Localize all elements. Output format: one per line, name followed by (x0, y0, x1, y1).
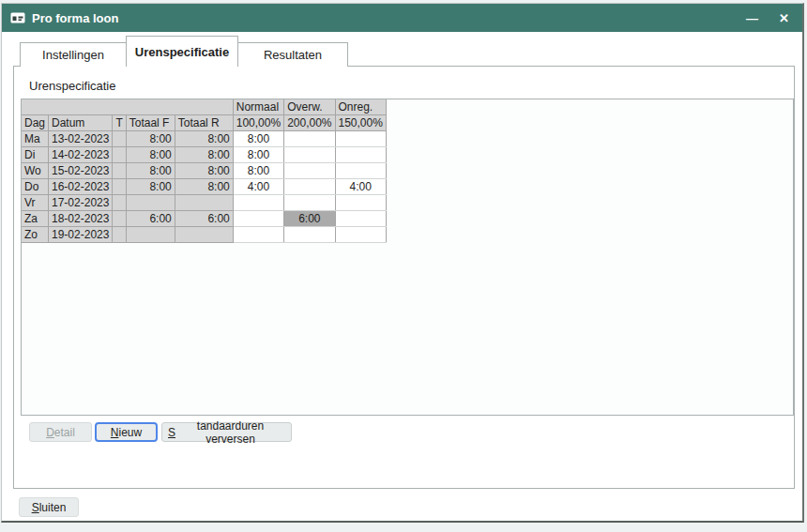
cell-onreg[interactable] (335, 227, 386, 243)
table-group-header-row: NormaalOverw.Onreg. (22, 99, 387, 115)
tab-instellingen[interactable]: Instellingen (20, 42, 127, 67)
cell-t (113, 195, 126, 211)
table-row: Di14-02-20238:008:008:00 (22, 147, 387, 163)
tab-resultaten[interactable]: Resultaten (237, 42, 348, 67)
cell-normaal[interactable] (233, 211, 283, 227)
cell-dag: Zo (22, 227, 49, 243)
column-header: Dag (22, 115, 49, 131)
dialog-window: Pro forma loon — ✕ Instellingen Urenspec… (1, 3, 804, 523)
cell-datum: 16-02-2023 (49, 179, 113, 195)
group-header: Overw. (284, 99, 335, 115)
section-title: Urenspecificatie (29, 79, 116, 93)
tab-bar: Instellingen Urenspecificatie Resultaten (20, 36, 348, 67)
cell-overw[interactable] (284, 195, 335, 211)
cell-dag: Ma (22, 131, 49, 147)
cell-datum: 13-02-2023 (49, 131, 113, 147)
cell-normaal[interactable]: 4:00 (233, 179, 283, 195)
cell-normaal[interactable]: 8:00 (233, 163, 283, 179)
close-icon[interactable]: ✕ (779, 12, 789, 24)
nieuw-button[interactable]: Nieuw (95, 422, 158, 442)
sluiten-button[interactable]: Sluiten (19, 497, 79, 517)
cell-t (113, 179, 126, 195)
cell-datum: 19-02-2023 (49, 227, 113, 243)
tab-urenspecificatie[interactable]: Urenspecificatie (126, 36, 238, 67)
cell-onreg[interactable] (335, 211, 386, 227)
cell-onreg[interactable] (335, 147, 386, 163)
column-header: 150,00% (335, 115, 386, 131)
cell-totaal_r (175, 227, 233, 243)
table-row: Do16-02-20238:008:004:004:00 (22, 179, 387, 195)
table-row: Za18-02-20236:006:006:00 (22, 211, 387, 227)
table-row: Ma13-02-20238:008:008:00 (22, 131, 387, 147)
table-column-header-row: DagDatumTTotaal FTotaal R100,00%200,00%1… (22, 115, 387, 131)
table-body: Ma13-02-20238:008:008:00Di14-02-20238:00… (22, 131, 387, 243)
cell-datum: 15-02-2023 (49, 163, 113, 179)
cell-totaal_r: 8:00 (175, 131, 233, 147)
cell-overw[interactable] (284, 147, 335, 163)
column-header: 200,00% (284, 115, 335, 131)
cell-onreg[interactable] (335, 195, 386, 211)
cell-datum: 17-02-2023 (49, 195, 113, 211)
cell-dag: Wo (22, 163, 49, 179)
cell-totaal_f: 8:00 (126, 163, 175, 179)
cell-normaal[interactable]: 8:00 (233, 147, 283, 163)
cell-t (113, 227, 126, 243)
table-row: Vr17-02-2023 (22, 195, 387, 211)
column-header: Totaal F (126, 115, 175, 131)
cell-normaal[interactable] (233, 227, 283, 243)
id-card-icon (10, 12, 25, 23)
cell-onreg[interactable] (335, 163, 386, 179)
cell-totaal_r (175, 195, 233, 211)
cell-datum: 18-02-2023 (49, 211, 113, 227)
cell-datum: 14-02-2023 (49, 147, 113, 163)
column-header: Totaal R (175, 115, 233, 131)
cell-totaal_r: 8:00 (175, 147, 233, 163)
cell-totaal_r: 8:00 (175, 179, 233, 195)
standaarduren-verversen-button[interactable]: Standaarduren verversen (161, 422, 292, 442)
column-header: T (113, 115, 126, 131)
cell-dag: Do (22, 179, 49, 195)
window-title: Pro forma loon (32, 11, 118, 25)
cell-totaal_f (126, 227, 175, 243)
cell-dag: Za (22, 211, 49, 227)
cell-totaal_r: 6:00 (175, 211, 233, 227)
cell-totaal_f (126, 195, 175, 211)
cell-overw[interactable] (284, 163, 335, 179)
table-row: Zo19-02-2023 (22, 227, 387, 243)
cell-totaal_f: 8:00 (126, 147, 175, 163)
cell-dag: Vr (22, 195, 49, 211)
table-row: Wo15-02-20238:008:008:00 (22, 163, 387, 179)
cell-overw[interactable] (284, 179, 335, 195)
cell-overw[interactable] (284, 131, 335, 147)
column-header: Datum (49, 115, 113, 131)
group-header: Normaal (233, 99, 283, 115)
minimize-icon[interactable]: — (746, 12, 758, 24)
cell-overw-selected[interactable]: 6:00 (284, 211, 335, 227)
column-header: 100,00% (233, 115, 283, 131)
hours-grid-container: NormaalOverw.Onreg. DagDatumTTotaal FTot… (21, 99, 794, 416)
cell-onreg[interactable] (335, 131, 386, 147)
cell-totaal_f: 6:00 (126, 211, 175, 227)
cell-normaal[interactable]: 8:00 (233, 131, 283, 147)
group-header: Onreg. (335, 99, 386, 115)
cell-t (113, 211, 126, 227)
cell-totaal_r: 8:00 (175, 163, 233, 179)
cell-totaal_f: 8:00 (126, 131, 175, 147)
titlebar: Pro forma loon — ✕ (2, 4, 802, 32)
hours-table: NormaalOverw.Onreg. DagDatumTTotaal FTot… (21, 99, 387, 243)
cell-t (113, 163, 126, 179)
cell-overw[interactable] (284, 227, 335, 243)
cell-normaal[interactable] (233, 195, 283, 211)
cell-onreg[interactable]: 4:00 (335, 179, 386, 195)
cell-totaal_f: 8:00 (126, 179, 175, 195)
cell-dag: Di (22, 147, 49, 163)
detail-button[interactable]: Detail (29, 422, 92, 442)
cell-t (113, 131, 126, 147)
group-header-spacer (22, 99, 234, 115)
cell-t (113, 147, 126, 163)
